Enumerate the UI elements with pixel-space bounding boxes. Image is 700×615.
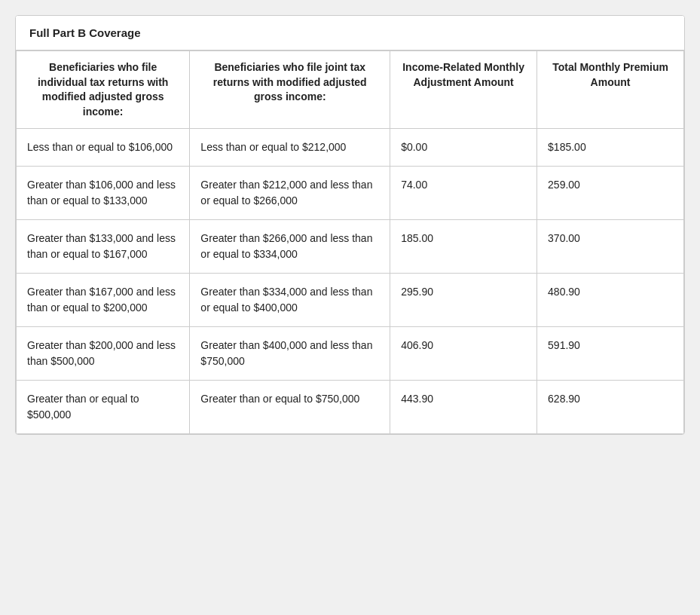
table-row: Greater than or equal to $500,000Greater… xyxy=(17,381,684,434)
table-row: Greater than $200,000 and less than $500… xyxy=(17,327,684,381)
cell-row0-col3: $0.00 xyxy=(390,129,537,167)
table-row: Less than or equal to $106,000Less than … xyxy=(17,129,684,167)
cell-row4-col4: 591.90 xyxy=(537,327,684,381)
header-col2: Beneficiaries who file joint tax returns… xyxy=(190,51,390,129)
cell-row3-col1: Greater than $167,000 and less than or e… xyxy=(17,274,190,327)
cell-row5-col1: Greater than or equal to $500,000 xyxy=(17,381,190,434)
table-title: Full Part B Coverage xyxy=(16,16,684,50)
cell-row5-col2: Greater than or equal to $750,000 xyxy=(190,381,390,434)
table-row: Greater than $106,000 and less than or e… xyxy=(17,167,684,220)
cell-row3-col2: Greater than $334,000 and less than or e… xyxy=(190,274,390,327)
table-row: Greater than $133,000 and less than or e… xyxy=(17,220,684,274)
table-header-row: Beneficiaries who file individual tax re… xyxy=(17,51,684,129)
cell-row2-col3: 185.00 xyxy=(390,220,537,274)
cell-row4-col2: Greater than $400,000 and less than $750… xyxy=(190,327,390,381)
cell-row0-col4: $185.00 xyxy=(537,129,684,167)
cell-row5-col4: 628.90 xyxy=(537,381,684,434)
header-col1: Beneficiaries who file individual tax re… xyxy=(17,51,190,129)
cell-row5-col3: 443.90 xyxy=(390,381,537,434)
cell-row2-col4: 370.00 xyxy=(537,220,684,274)
cell-row2-col1: Greater than $133,000 and less than or e… xyxy=(17,220,190,274)
full-part-b-coverage-table: Full Part B Coverage Beneficiaries who f… xyxy=(15,15,685,435)
cell-row4-col1: Greater than $200,000 and less than $500… xyxy=(17,327,190,381)
header-col4: Total Monthly Premium Amount xyxy=(537,51,684,129)
header-col3: Income-Related Monthly Adjustment Amount xyxy=(390,51,537,129)
cell-row1-col3: 74.00 xyxy=(390,167,537,220)
cell-row3-col3: 295.90 xyxy=(390,274,537,327)
cell-row0-col1: Less than or equal to $106,000 xyxy=(17,129,190,167)
cell-row2-col2: Greater than $266,000 and less than or e… xyxy=(190,220,390,274)
table-row: Greater than $167,000 and less than or e… xyxy=(17,274,684,327)
cell-row4-col3: 406.90 xyxy=(390,327,537,381)
cell-row1-col1: Greater than $106,000 and less than or e… xyxy=(17,167,190,220)
cell-row3-col4: 480.90 xyxy=(537,274,684,327)
cell-row1-col2: Greater than $212,000 and less than or e… xyxy=(190,167,390,220)
cell-row1-col4: 259.00 xyxy=(537,167,684,220)
cell-row0-col2: Less than or equal to $212,000 xyxy=(190,129,390,167)
